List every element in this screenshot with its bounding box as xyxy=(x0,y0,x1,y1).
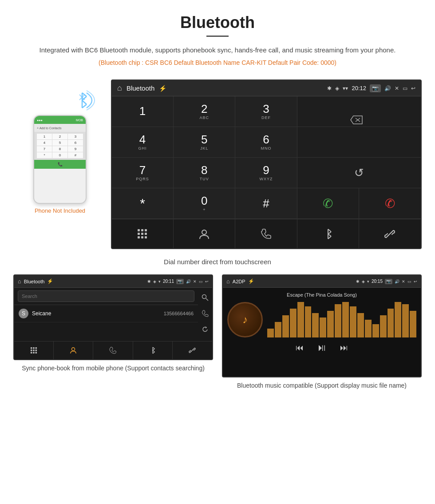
pb-home-icon[interactable]: ⌂ xyxy=(18,278,21,285)
svg-line-23 xyxy=(328,236,331,239)
music-rect-icon[interactable]: ▭ xyxy=(407,279,411,284)
svg-rect-15 xyxy=(138,236,140,238)
music-home-icon[interactable]: ⌂ xyxy=(226,278,230,285)
pb-phone-icon[interactable] xyxy=(200,306,210,322)
status-time: 20:12 xyxy=(352,85,366,91)
music-body: Escape (The Pina Colada Song) ♪ ⏮ ⏯ ⏭ xyxy=(223,288,421,377)
dial-key-2[interactable]: 2 ABC xyxy=(174,96,235,127)
volume-icon[interactable]: 🔊 xyxy=(384,85,391,91)
pb-nav-contacts-active[interactable] xyxy=(54,341,93,359)
camera-icon[interactable]: 📷 xyxy=(370,84,381,92)
music-status-bar: ⌂ A2DP ⚡ ✱ ◈ ▾ 20:15 📷 🔊 ✕ ▭ ↩ xyxy=(223,275,421,288)
dial-call-red[interactable]: ✆ xyxy=(359,188,421,218)
car-status-bar: ⌂ Bluetooth ⚡ ✱ ◈ ▾▾ 20:12 📷 🔊 ✕ ▭ ↩ xyxy=(112,80,421,96)
dial-key-5[interactable]: 5 JKL xyxy=(174,127,235,157)
delete-button[interactable] xyxy=(350,115,363,127)
svg-rect-34 xyxy=(33,352,35,354)
dial-key-1[interactable]: 1 xyxy=(112,96,174,127)
music-caption: Bluetooth music compatible (Support disp… xyxy=(222,377,422,392)
close-icon[interactable]: ✕ xyxy=(395,85,399,91)
status-title: Bluetooth xyxy=(127,84,154,92)
dial-key-3[interactable]: 3 DEF xyxy=(235,96,297,127)
back-icon[interactable]: ↩ xyxy=(411,85,415,91)
nav-link[interactable] xyxy=(359,219,421,248)
music-main: ♪ xyxy=(227,302,416,337)
svg-point-18 xyxy=(202,230,206,234)
nav-dialpad[interactable] xyxy=(112,219,174,248)
nav-bluetooth[interactable] xyxy=(297,219,359,248)
refresh-icon: ↺ xyxy=(354,166,364,180)
dial-key-4[interactable]: 4 GHI xyxy=(112,127,174,157)
music-close-icon[interactable]: ✕ xyxy=(402,279,405,284)
window-icon[interactable]: ▭ xyxy=(403,85,407,91)
music-bt-icon: ✱ xyxy=(356,279,360,284)
dial-empty-2 xyxy=(297,127,421,157)
music-vol-icon[interactable]: 🔊 xyxy=(395,279,399,284)
pb-side-icons xyxy=(198,288,212,341)
dial-row-4: * 0 + # ✆ ✆ xyxy=(112,188,421,219)
prev-track-button[interactable]: ⏮ xyxy=(296,343,304,353)
pb-loc-icon: ◈ xyxy=(153,279,156,284)
music-song-title: Escape (The Pina Colada Song) xyxy=(227,292,416,298)
music-status-right: ✱ ◈ ▾ 20:15 📷 🔊 ✕ ▭ ↩ xyxy=(356,279,417,284)
svg-line-24 xyxy=(388,232,392,236)
pb-back-icon[interactable]: ↩ xyxy=(205,279,209,284)
pb-nav-dialpad[interactable] xyxy=(14,341,54,359)
phone-key-8: 8 xyxy=(52,146,67,152)
status-left: ⌂ Bluetooth ⚡ xyxy=(117,83,166,93)
pb-search-icon[interactable] xyxy=(200,290,210,306)
pb-nav-bluetooth[interactable] xyxy=(133,341,173,359)
pb-nav-phone[interactable] xyxy=(93,341,133,359)
dial-call-green[interactable]: ✆ xyxy=(297,188,359,218)
phone-not-included-label: Phone Not Included xyxy=(35,207,85,214)
dial-key-9[interactable]: 9 WXYZ xyxy=(235,158,297,188)
dial-display xyxy=(297,96,421,127)
pb-status-bar: ⌂ Bluetooth ⚡ ✱ ◈ ▾ 20:11 📷 🔊 ✕ ▭ ↩ xyxy=(14,275,212,288)
svg-line-26 xyxy=(206,298,208,301)
dial-key-6[interactable]: 6 MNO xyxy=(235,127,297,157)
svg-rect-12 xyxy=(138,233,140,235)
pb-main: S Seicane 13566664466 xyxy=(14,288,198,341)
bluetooth-signal-icon xyxy=(73,88,95,117)
pb-refresh-icon[interactable] xyxy=(200,322,210,338)
svg-line-42 xyxy=(191,349,194,351)
location-icon: ◈ xyxy=(335,85,339,91)
dial-key-0[interactable]: 0 + xyxy=(174,188,235,218)
svg-rect-28 xyxy=(33,347,35,349)
phonebook-panel: ⌂ Bluetooth ⚡ ✱ ◈ ▾ 20:11 📷 🔊 ✕ ▭ ↩ xyxy=(13,274,218,392)
music-status-left: ⌂ A2DP ⚡ xyxy=(226,278,254,285)
music-camera-icon[interactable]: 📷 xyxy=(385,279,392,284)
call-green-icon: ✆ xyxy=(323,196,333,211)
dial-key-star[interactable]: * xyxy=(112,188,174,218)
pb-vol-icon[interactable]: 🔊 xyxy=(186,279,191,284)
contact-row[interactable]: S Seicane 13566664466 xyxy=(14,305,198,322)
svg-rect-13 xyxy=(141,233,143,235)
pb-close-icon[interactable]: ✕ xyxy=(193,279,197,284)
svg-line-20 xyxy=(328,229,331,232)
dial-row-2: 4 GHI 5 JKL 6 MNO xyxy=(112,127,421,158)
search-input[interactable] xyxy=(18,290,194,302)
home-icon[interactable]: ⌂ xyxy=(117,83,122,93)
car-bottom-nav xyxy=(112,219,421,248)
music-screen: ⌂ A2DP ⚡ ✱ ◈ ▾ 20:15 📷 🔊 ✕ ▭ ↩ xyxy=(222,274,422,377)
nav-contacts[interactable] xyxy=(174,219,235,248)
svg-rect-10 xyxy=(141,229,143,231)
dial-key-hash[interactable]: # xyxy=(235,188,297,218)
svg-point-36 xyxy=(72,348,75,351)
dial-key-7[interactable]: 7 PQRS xyxy=(112,158,174,188)
music-back-icon[interactable]: ↩ xyxy=(414,279,417,284)
pb-bottom-nav xyxy=(14,341,212,359)
pb-rect-icon[interactable]: ▭ xyxy=(199,279,203,284)
music-loc-icon: ◈ xyxy=(362,279,365,284)
contact-phone: 13566664466 xyxy=(164,311,194,316)
next-track-button[interactable]: ⏭ xyxy=(340,343,348,353)
pb-body: S Seicane 13566664466 xyxy=(14,288,212,341)
dial-refresh[interactable]: ↺ xyxy=(297,158,421,188)
pb-camera-icon[interactable]: 📷 xyxy=(176,279,184,284)
play-pause-button[interactable]: ⏯ xyxy=(317,342,327,353)
pb-nav-link[interactable] xyxy=(173,341,212,359)
nav-phone[interactable] xyxy=(235,219,297,248)
dial-key-8[interactable]: 8 TUV xyxy=(174,158,235,188)
pb-status-left: ⌂ Bluetooth ⚡ xyxy=(18,278,53,285)
phone-dialpad: 1 2 3 4 5 6 7 8 9 * 0 # xyxy=(34,132,86,160)
